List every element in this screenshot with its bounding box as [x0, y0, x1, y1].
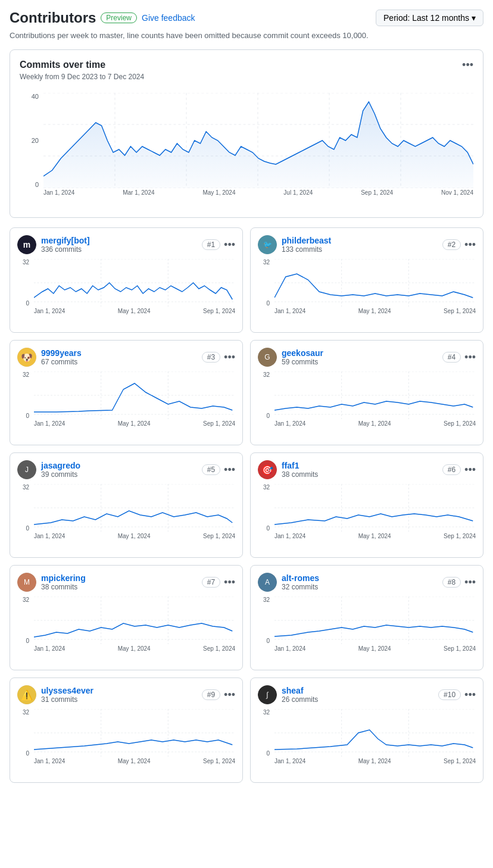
- contributor-menu-button[interactable]: •••: [464, 577, 476, 588]
- avatar[interactable]: 🐶: [17, 348, 36, 367]
- contributor-commits: 31 commits: [41, 695, 93, 704]
- mini-x-labels: Jan 1, 2024May 1, 2024Sep 1, 2024: [34, 308, 235, 314]
- x-label-jul: Jul 1, 2024: [283, 189, 313, 196]
- mini-x-label-0: Jan 1, 2024: [34, 645, 65, 652]
- rank-badge: #3: [202, 352, 220, 363]
- contributor-name[interactable]: alt-romes: [282, 573, 319, 583]
- mini-x-labels: Jan 1, 2024May 1, 2024Sep 1, 2024: [34, 533, 235, 539]
- avatar[interactable]: J: [17, 460, 36, 479]
- contributor-header: A alt-romes 32 commits #8 •••: [258, 573, 476, 592]
- contributor-name[interactable]: sheaf: [282, 686, 318, 695]
- mini-chart-svg: [34, 597, 235, 644]
- commits-card-title-group: Commits over time Weekly from 9 Dec 2023…: [20, 60, 144, 88]
- commits-card-menu-button[interactable]: •••: [462, 60, 473, 70]
- mini-y-min: 0: [26, 300, 29, 307]
- mini-y-min: 0: [266, 413, 270, 419]
- mini-chart-wrapper: 32 0 Jan 1, 2024May 1, 2024Sep 1, 2024: [258, 484, 476, 550]
- mini-x-label-0: Jan 1, 2024: [274, 758, 305, 764]
- contributor-commits: 336 commits: [41, 245, 90, 254]
- contributor-header: G geekosaur 59 commits #4 •••: [258, 348, 476, 367]
- mini-x-label-0: Jan 1, 2024: [274, 420, 305, 427]
- commits-card-title: Commits over time: [20, 60, 144, 70]
- avatar[interactable]: 🎯: [258, 460, 277, 479]
- contributor-card-9999years: 🐶 9999years 67 commits #3 ••• 32 0: [10, 340, 243, 445]
- avatar[interactable]: 🐦: [258, 235, 277, 254]
- avatar[interactable]: M: [17, 573, 36, 592]
- contributor-card-mergify[bot]: m mergify[bot] 336 commits #1 ••• 32 0: [10, 227, 243, 333]
- contributor-menu-button[interactable]: •••: [464, 239, 476, 250]
- contributor-menu-button[interactable]: •••: [224, 352, 235, 363]
- avatar[interactable]: G: [258, 348, 277, 367]
- mini-chart-svg: [274, 484, 476, 532]
- contributor-name-group: mergify[bot] 336 commits: [41, 236, 90, 254]
- mini-y-labels: 32 0: [17, 709, 32, 757]
- avatar[interactable]: m: [17, 235, 36, 254]
- contributor-card-ulysses4ever: ⚠️ ulysses4ever 31 commits #9 ••• 32 0: [10, 677, 243, 783]
- rank-badge: #2: [442, 239, 461, 250]
- mini-chart-wrapper: 32 0 Jan 1, 2024May 1, 2024Sep 1, 2024: [17, 371, 235, 438]
- mini-x-label-1: May 1, 2024: [358, 758, 391, 764]
- mini-x-label-0: Jan 1, 2024: [34, 308, 65, 314]
- mini-y-labels: 32 0: [17, 597, 32, 644]
- mini-y-min: 0: [266, 750, 270, 757]
- mini-x-label-1: May 1, 2024: [118, 758, 151, 764]
- contributor-name-group: 9999years 67 commits: [41, 348, 82, 366]
- mini-x-label-0: Jan 1, 2024: [34, 420, 65, 427]
- contributor-name[interactable]: geekosaur: [282, 348, 323, 358]
- contributor-menu-button[interactable]: •••: [464, 352, 476, 363]
- contributor-name[interactable]: mergify[bot]: [41, 236, 90, 245]
- contributor-name[interactable]: philderbeast: [282, 236, 331, 245]
- contributor-name[interactable]: jasagredo: [41, 461, 80, 470]
- contributor-info: ⚠️ ulysses4ever 31 commits: [17, 685, 93, 704]
- rank-badge: #5: [202, 464, 220, 475]
- mini-y-min: 0: [266, 525, 270, 532]
- mini-x-label-2: Sep 1, 2024: [444, 645, 476, 652]
- contributor-header: ∫ sheaf 26 commits #10 •••: [258, 685, 476, 704]
- x-label-nov: Nov 1, 2024: [441, 189, 473, 196]
- avatar[interactable]: ∫: [258, 685, 277, 704]
- mini-y-max: 32: [263, 597, 270, 603]
- contributor-name[interactable]: ulysses4ever: [41, 686, 93, 695]
- contributor-card-jasagredo: J jasagredo 39 commits #5 ••• 32 0: [10, 452, 243, 558]
- mini-y-labels: 32 0: [17, 484, 32, 532]
- x-label-may: May 1, 2024: [202, 189, 235, 196]
- rank-badge: #4: [442, 352, 461, 363]
- mini-chart-wrapper: 32 0 Jan 1, 2024May 1, 2024Sep 1, 2024: [17, 709, 235, 775]
- avatar[interactable]: ⚠️: [17, 685, 36, 704]
- chevron-down-icon: ▾: [472, 13, 476, 23]
- contributor-menu-button[interactable]: •••: [224, 577, 235, 588]
- contributor-menu-button[interactable]: •••: [224, 464, 235, 475]
- contributor-info: m mergify[bot] 336 commits: [17, 235, 90, 254]
- mini-y-max: 32: [263, 709, 270, 716]
- rank-badge: #7: [202, 577, 220, 588]
- mini-x-label-0: Jan 1, 2024: [34, 758, 65, 764]
- contributor-name[interactable]: 9999years: [41, 348, 82, 358]
- commits-x-axis-labels: Jan 1, 2024 Mar 1, 2024 May 1, 2024 Jul …: [43, 189, 473, 196]
- x-label-jan: Jan 1, 2024: [43, 189, 74, 196]
- mini-chart-wrapper: 32 0 Jan 1, 2024May 1, 2024Sep 1, 2024: [258, 259, 476, 325]
- rank-badge: #10: [438, 689, 461, 700]
- contributor-menu-button[interactable]: •••: [224, 239, 235, 250]
- contributor-name[interactable]: ffaf1: [282, 461, 318, 470]
- contributor-name[interactable]: mpickering: [41, 573, 86, 583]
- mini-chart-svg: [34, 259, 235, 307]
- contributor-header: J jasagredo 39 commits #5 •••: [17, 460, 235, 479]
- commits-card-subtitle: Weekly from 9 Dec 2023 to 7 Dec 2024: [20, 73, 144, 81]
- contributor-menu-button[interactable]: •••: [464, 464, 476, 475]
- mini-x-label-2: Sep 1, 2024: [203, 420, 235, 427]
- contributor-card-ffaf1: 🎯 ffaf1 38 commits #6 ••• 32 0: [250, 452, 483, 558]
- contributor-card-geekosaur: G geekosaur 59 commits #4 ••• 32 0: [250, 340, 483, 445]
- contributor-grid: m mergify[bot] 336 commits #1 ••• 32 0: [10, 227, 483, 783]
- mini-x-labels: Jan 1, 2024May 1, 2024Sep 1, 2024: [34, 758, 235, 764]
- give-feedback-link[interactable]: Give feedback: [142, 13, 195, 23]
- contributor-menu-button[interactable]: •••: [224, 689, 235, 700]
- contributor-card-philderbeast: 🐦 philderbeast 133 commits #2 ••• 32 0: [250, 227, 483, 333]
- mini-chart-svg: [34, 709, 235, 757]
- period-selector-button[interactable]: Period: Last 12 months ▾: [376, 10, 483, 26]
- contributor-info: ∫ sheaf 26 commits: [258, 685, 318, 704]
- contributor-card-mpickering: M mpickering 38 commits #7 ••• 32 0: [10, 565, 243, 670]
- mini-y-max: 32: [23, 597, 29, 603]
- avatar[interactable]: A: [258, 573, 277, 592]
- mini-x-label-1: May 1, 2024: [118, 645, 151, 652]
- contributor-menu-button[interactable]: •••: [464, 689, 476, 700]
